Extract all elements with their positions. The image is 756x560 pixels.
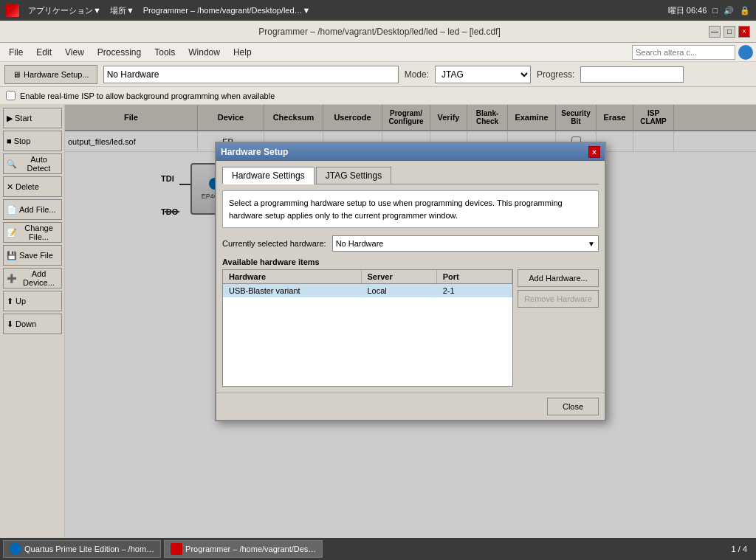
taskbar-left: Quartus Prime Lite Edition – /hom… Progr…: [3, 540, 323, 558]
search-input[interactable]: [632, 45, 735, 60]
toolbar-row: 🖥 Hardware Setup... No Hardware Mode: JT…: [0, 62, 756, 87]
curr-hw-select[interactable]: No Hardware ▼: [332, 235, 599, 252]
os-place-menu[interactable]: 場所▼: [110, 5, 134, 16]
hw-value-display: No Hardware: [103, 66, 399, 83]
mode-label: Mode:: [405, 69, 429, 80]
main-area: ▶ Start ■ Stop 🔍 Auto Detect ✕ Delete 📄 …: [0, 105, 756, 538]
os-sound-icon[interactable]: 🔊: [724, 6, 734, 15]
dialog-close-button[interactable]: ×: [588, 146, 600, 158]
menu-edit[interactable]: Edit: [30, 46, 58, 59]
change-file-icon: 📝: [7, 228, 17, 238]
menu-view[interactable]: View: [59, 46, 90, 59]
th-port: Port: [437, 270, 512, 283]
content-area: File Device Checksum Usercode Program/Co…: [65, 105, 756, 538]
up-icon: ⬆: [7, 297, 13, 306]
os-app-menu[interactable]: アプリケーション▼: [28, 5, 101, 16]
taskbar-item-programmer[interactable]: Programmer – /home/vagrant/Des…: [164, 540, 323, 558]
th-hardware: Hardware: [223, 270, 362, 283]
description-text: Select a programming hardware setup to u…: [222, 190, 599, 228]
dialog-title: Hardware Setup: [221, 147, 288, 157]
hw-table-header: Hardware Server Port: [223, 270, 512, 284]
tab-hardware-settings[interactable]: Hardware Settings: [222, 167, 315, 184]
isp-checkbox[interactable]: [6, 91, 16, 100]
os-lock-icon[interactable]: 🔒: [740, 6, 750, 15]
globe-icon[interactable]: [738, 45, 753, 60]
window-titlebar: Programmer – /home/vagrant/Desktop/led/l…: [0, 21, 756, 43]
progress-label: Progress:: [537, 69, 574, 80]
auto-detect-button[interactable]: 🔍 Auto Detect: [3, 153, 62, 174]
tab-jtag-settings[interactable]: JTAG Settings: [316, 167, 391, 184]
hw-table-empty-space: [223, 297, 512, 386]
hw-value-text: No Hardware: [107, 69, 159, 80]
hw-action-buttons: Add Hardware... Remove Hardware: [518, 269, 599, 387]
add-file-button[interactable]: 📄 Add File...: [3, 199, 62, 220]
close-dialog-button[interactable]: Close: [547, 398, 599, 415]
os-window-title: Programmer – /home/vagrant/Desktop/led…▼: [143, 6, 311, 15]
remove-hardware-button[interactable]: Remove Hardware: [518, 290, 599, 308]
isp-row: Enable real-time ISP to allow background…: [0, 87, 756, 105]
add-device-button[interactable]: ➕ Add Device...: [3, 268, 62, 288]
add-hardware-button[interactable]: Add Hardware...: [518, 269, 599, 287]
os-top-bar: アプリケーション▼ 場所▼ Programmer – /home/vagrant…: [0, 0, 756, 21]
curr-hw-value: No Hardware: [336, 239, 384, 248]
start-icon: ▶: [7, 114, 13, 123]
hw-setup-icon: 🖥: [13, 70, 21, 79]
delete-icon: ✕: [7, 182, 13, 192]
menubar-left: File Edit View Processing Tools Window H…: [3, 46, 258, 59]
maximize-button[interactable]: □: [724, 26, 735, 38]
os-display-icon[interactable]: □: [712, 6, 718, 15]
hw-setup-label: Hardware Setup...: [24, 70, 89, 79]
auto-detect-icon: 🔍: [7, 159, 17, 169]
close-button[interactable]: ×: [738, 26, 750, 38]
change-file-button[interactable]: 📝 Change File...: [3, 222, 62, 243]
window-controls[interactable]: — □ ×: [709, 26, 750, 38]
avail-hw-label: Available hardware items: [222, 257, 599, 266]
modal-overlay: Hardware Setup × Hardware Settings JTAG …: [65, 105, 756, 538]
quartus-icon: [10, 543, 21, 555]
save-file-icon: 💾: [7, 251, 17, 260]
start-button[interactable]: ▶ Start: [3, 108, 62, 128]
progress-bar: [580, 66, 684, 83]
hardware-setup-dialog: Hardware Setup × Hardware Settings JTAG …: [215, 142, 606, 421]
td-port: 2-1: [437, 284, 512, 297]
td-hardware: USB-Blaster variant: [223, 284, 362, 297]
programmer-icon: [171, 543, 182, 555]
left-toolbar: ▶ Start ■ Stop 🔍 Auto Detect ✕ Delete 📄 …: [0, 105, 65, 538]
os-top-bar-left: アプリケーション▼ 場所▼ Programmer – /home/vagrant…: [6, 4, 310, 17]
minimize-button[interactable]: —: [709, 26, 721, 38]
hardware-setup-button[interactable]: 🖥 Hardware Setup...: [4, 65, 97, 84]
mode-select[interactable]: JTAG: [435, 66, 531, 83]
menu-tools[interactable]: Tools: [148, 46, 181, 59]
menu-help[interactable]: Help: [227, 46, 258, 59]
table-row[interactable]: USB-Blaster variant Local 2-1: [223, 284, 512, 297]
window-title: Programmer – /home/vagrant/Desktop/led/l…: [50, 27, 709, 37]
os-top-bar-right: 曜日 06:46 □ 🔊 🔒: [668, 5, 750, 16]
dropdown-arrow-icon: ▼: [588, 240, 595, 248]
down-button[interactable]: ⬇ Down: [3, 314, 62, 334]
dialog-body: Hardware Settings JTAG Settings Select a…: [216, 161, 605, 393]
curr-hw-row: Currently selected hardware: No Hardware…: [222, 235, 599, 252]
delete-button[interactable]: ✕ Delete: [3, 176, 62, 197]
menu-processing[interactable]: Processing: [92, 46, 147, 59]
hw-table-wrapper: Hardware Server Port USB-Blaster variant…: [222, 269, 599, 387]
menu-window[interactable]: Window: [182, 46, 226, 59]
save-file-button[interactable]: 💾 Save File: [3, 245, 62, 266]
taskbar-item-quartus[interactable]: Quartus Prime Lite Edition – /hom…: [3, 540, 161, 558]
menu-file[interactable]: File: [3, 46, 29, 59]
taskbar-page-info: 1 / 4: [732, 545, 753, 553]
up-button[interactable]: ⬆ Up: [3, 291, 62, 311]
th-server: Server: [362, 270, 437, 283]
menubar-right: [632, 45, 753, 60]
taskbar: Quartus Prime Lite Edition – /hom… Progr…: [0, 538, 756, 560]
stop-button[interactable]: ■ Stop: [3, 131, 62, 151]
os-app-icon: [6, 4, 19, 17]
add-file-icon: 📄: [7, 205, 17, 215]
stop-icon: ■: [7, 136, 12, 145]
hw-table: Hardware Server Port USB-Blaster variant…: [222, 269, 513, 387]
menubar: File Edit View Processing Tools Window H…: [0, 43, 756, 62]
tab-bar: Hardware Settings JTAG Settings: [222, 167, 599, 184]
dialog-footer: Close: [216, 393, 605, 420]
dialog-titlebar: Hardware Setup ×: [216, 143, 605, 161]
taskbar-quartus-label: Quartus Prime Lite Edition – /hom…: [24, 545, 154, 553]
isp-label: Enable real-time ISP to allow background…: [20, 91, 275, 100]
